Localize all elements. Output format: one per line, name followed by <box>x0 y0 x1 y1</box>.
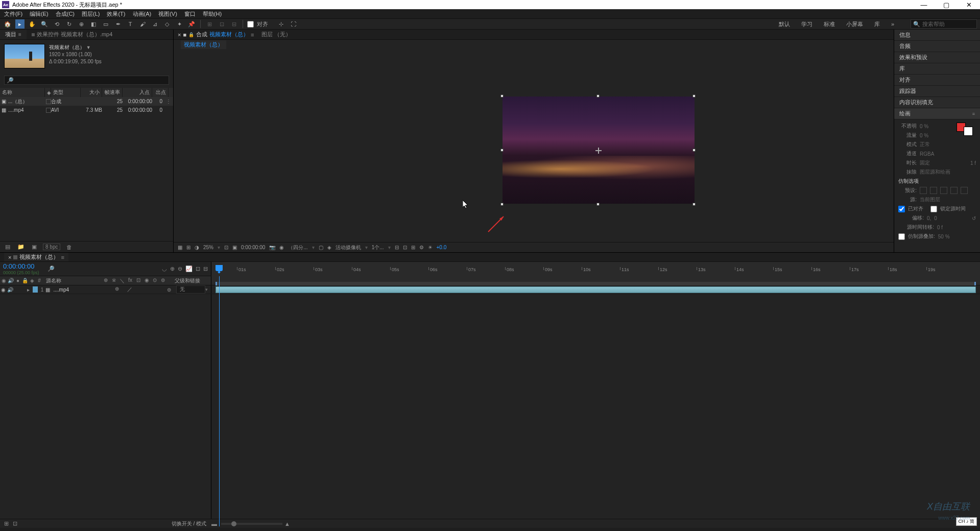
frame-blend-icon[interactable]: ⊕ <box>170 266 175 272</box>
switch-motion-blur[interactable] <box>146 286 151 293</box>
background-swatch[interactable] <box>964 127 973 136</box>
align-panel-tab[interactable]: 对齐 <box>894 75 980 86</box>
zoom-level[interactable]: 25% <box>203 245 213 250</box>
layer-track-area[interactable] <box>211 285 980 294</box>
zoom-out-icon[interactable]: ▬ <box>211 521 217 527</box>
close-button[interactable]: ✕ <box>958 0 980 9</box>
maximize-button[interactable]: ▢ <box>935 0 958 9</box>
workspace-standard[interactable]: 标准 <box>824 20 835 28</box>
lock-col-icon[interactable]: 🔒 <box>21 278 29 283</box>
resolution-icon[interactable]: ⊡ <box>224 245 228 250</box>
dropdown-arrow-icon[interactable]: ▼ <box>86 45 91 50</box>
pixel-aspect-icon[interactable]: ⊟ <box>395 245 399 250</box>
menu-help[interactable]: 帮助(H) <box>203 10 222 18</box>
search-icon[interactable]: 🔎 <box>47 266 55 272</box>
renderer-icon[interactable]: ⚙ <box>419 245 424 250</box>
help-search[interactable]: 🔍 搜索帮助 <box>911 19 977 29</box>
col-tag[interactable]: ◈ <box>45 88 51 97</box>
timeline-tab[interactable]: × 视频素材（总） ≡ <box>4 253 68 261</box>
lock-source-time-checkbox[interactable] <box>930 206 937 212</box>
col-size[interactable]: 大小 <box>81 88 102 97</box>
dropdown-icon[interactable]: ▾ <box>312 245 315 250</box>
world-axis-icon[interactable]: ⊡ <box>217 19 226 29</box>
expand-arrow-icon[interactable]: ▸ <box>27 287 32 293</box>
draft-3d-icon[interactable]: ⊡ <box>196 266 200 272</box>
roi-icon[interactable]: ▣ <box>232 245 237 250</box>
close-tab-icon[interactable]: × <box>8 254 11 260</box>
transform-handle[interactable] <box>692 149 696 152</box>
switch-col-icon[interactable]: ※ <box>110 277 117 284</box>
aligned-checkbox[interactable] <box>898 206 905 212</box>
project-row-comp[interactable]: ▣ ...（总） 合成 25 0:00:00:00 0 ⋮ <box>0 97 173 106</box>
menu-animation[interactable]: 动画(A) <box>133 10 152 18</box>
pan-behind-tool[interactable]: ◧ <box>89 19 98 29</box>
panel-menu-icon[interactable]: ≡ <box>972 111 975 116</box>
transform-handle[interactable] <box>500 149 504 152</box>
comp-tab[interactable]: × ■ 🔒 合成 视频素材（总） ≡ <box>178 31 254 38</box>
duration-value[interactable]: 固定 <box>920 159 930 166</box>
trash-icon[interactable]: 🗑 <box>64 243 74 251</box>
alpha-toggle-icon[interactable]: ▦ <box>178 245 182 250</box>
zoom-in-icon[interactable]: ▲ <box>284 521 290 527</box>
switch-col-icon[interactable]: ＼ <box>118 277 126 284</box>
switch-quality[interactable]: ／ <box>127 286 132 293</box>
audio-toggle-icon[interactable]: 🔊 <box>7 287 13 293</box>
layer-duration-bar[interactable] <box>216 286 976 293</box>
anchor-point-icon[interactable] <box>596 149 601 153</box>
flow-value[interactable]: 0 % <box>920 133 928 138</box>
project-row-footage[interactable]: ▦ ....mp4 AVI 7.3 MB 25 0:00:00:00 0 <box>0 106 173 114</box>
source-name-col[interactable]: 源名称 <box>43 277 61 284</box>
pen-tool[interactable]: ✒ <box>113 19 123 29</box>
local-axis-icon[interactable]: ⊞ <box>205 19 214 29</box>
dropdown-arrow-icon[interactable]: ▾ <box>205 287 208 292</box>
content-aware-panel-tab[interactable]: 内容识别填充 <box>894 97 980 108</box>
timeline-icon[interactable]: ◈ <box>327 245 331 250</box>
menu-layer[interactable]: 图层(L) <box>82 10 100 18</box>
current-time[interactable]: 0:00:00:00 <box>3 262 39 270</box>
toggle-switches-icon[interactable]: ⊞ <box>4 520 9 527</box>
clone-preset-5-icon[interactable] <box>961 187 968 194</box>
comp-thumbnail[interactable] <box>4 44 45 68</box>
motion-blur-icon[interactable]: ⊖ <box>178 266 182 272</box>
bit-depth[interactable]: 8 bpc <box>43 244 60 250</box>
source-value[interactable]: 当前图层 <box>920 196 940 203</box>
menu-file[interactable]: 文件(F) <box>4 10 22 18</box>
fast-preview-icon[interactable]: ▢ <box>319 245 323 250</box>
zoom-thumb[interactable] <box>231 521 236 526</box>
transform-handle[interactable] <box>500 203 504 206</box>
clone-tool[interactable]: ⊿ <box>150 19 159 29</box>
menu-effect[interactable]: 效果(T) <box>107 10 125 18</box>
zoom-tool[interactable]: 🔍 <box>40 19 49 29</box>
project-tab[interactable]: 项目 ≡ <box>0 30 27 39</box>
switch-collapse[interactable] <box>121 286 126 293</box>
view-axis-icon[interactable]: ⊟ <box>229 19 238 29</box>
dropdown-icon[interactable]: ▾ <box>218 245 220 250</box>
menu-edit[interactable]: 编辑(E) <box>30 10 49 18</box>
layer-tab[interactable]: 图层 （无） <box>261 31 291 38</box>
interpret-footage-icon[interactable]: ▤ <box>3 243 12 251</box>
hand-tool[interactable]: ✋ <box>28 19 37 29</box>
row-menu-icon[interactable]: ⋮ <box>166 99 171 104</box>
paint-panel-tab[interactable]: 绘画≡ <box>894 108 980 119</box>
panel-menu-icon[interactable]: ≡ <box>18 32 21 37</box>
index-col-icon[interactable]: # <box>36 278 43 283</box>
switch-shy[interactable]: ⊕ <box>115 286 120 293</box>
menu-composition[interactable]: 合成(C) <box>56 10 75 18</box>
selection-tool[interactable]: ▸ <box>15 19 25 29</box>
switch-col-icon[interactable]: ⊙ <box>151 277 158 284</box>
switch-col-icon[interactable]: ⊡ <box>135 277 142 284</box>
eraser-tool[interactable]: ◇ <box>162 19 172 29</box>
camera-dropdown[interactable]: 活动摄像机 <box>336 244 361 251</box>
rect-tool[interactable]: ▭ <box>101 19 110 29</box>
dropdown-icon[interactable]: ▾ <box>388 245 391 250</box>
toggle-label[interactable]: 切换开关 / 模式 <box>172 520 206 527</box>
tracker-panel-tab[interactable]: 跟踪器 <box>894 86 980 97</box>
exposure-value[interactable]: +0.0 <box>437 245 447 250</box>
col-type[interactable]: 类型 <box>51 88 81 97</box>
collapse-icon[interactable]: ⊟ <box>203 266 208 272</box>
snapshot-icon[interactable]: 📷 <box>269 245 275 250</box>
minimize-button[interactable]: — <box>913 0 935 9</box>
video-col-icon[interactable]: ◉ <box>0 278 7 283</box>
workspace-learn[interactable]: 学习 <box>801 20 812 28</box>
transform-handle[interactable] <box>500 94 504 98</box>
